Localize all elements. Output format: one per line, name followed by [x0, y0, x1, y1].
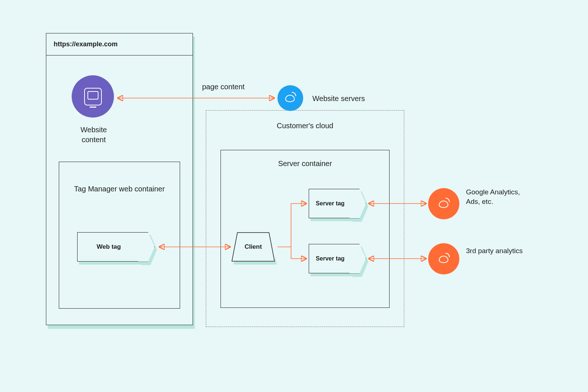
server-container-box: Server container	[220, 150, 390, 308]
browser-url: https://example.com	[54, 40, 118, 48]
cloud-icon	[438, 253, 450, 265]
browser-address-bar: https://example.com	[46, 33, 193, 55]
diagram-canvas: https://example.com Website content Tag …	[0, 0, 588, 392]
tag-manager-title: Tag Manager web container	[59, 184, 180, 194]
website-servers-label: Website servers	[312, 94, 386, 104]
website-servers-node	[277, 85, 303, 111]
server-tag-1-label: Server tag	[316, 200, 344, 207]
website-content-node	[72, 75, 114, 118]
cloud-icon	[284, 92, 297, 104]
web-tag: Web tag	[77, 232, 147, 262]
customers-cloud-title: Customer's cloud	[206, 122, 404, 130]
server-tag-2: Server tag	[309, 244, 358, 273]
client-node: Client	[232, 232, 275, 262]
website-content-label: Website content	[70, 125, 118, 145]
server-tag-1: Server tag	[309, 189, 358, 218]
monitor-icon	[84, 88, 102, 105]
google-analytics-label: Google Analytics, Ads, etc.	[466, 187, 528, 206]
server-tag-2-label: Server tag	[316, 255, 344, 262]
client-label: Client	[244, 243, 262, 251]
cloud-icon	[438, 198, 450, 210]
web-tag-label: Web tag	[97, 243, 121, 251]
server-container-title: Server container	[221, 159, 389, 168]
third-party-analytics-node	[428, 243, 459, 274]
google-analytics-node	[428, 188, 459, 219]
page-content-label: page content	[202, 82, 261, 92]
third-party-analytics-label: 3rd party analytics	[466, 246, 528, 256]
